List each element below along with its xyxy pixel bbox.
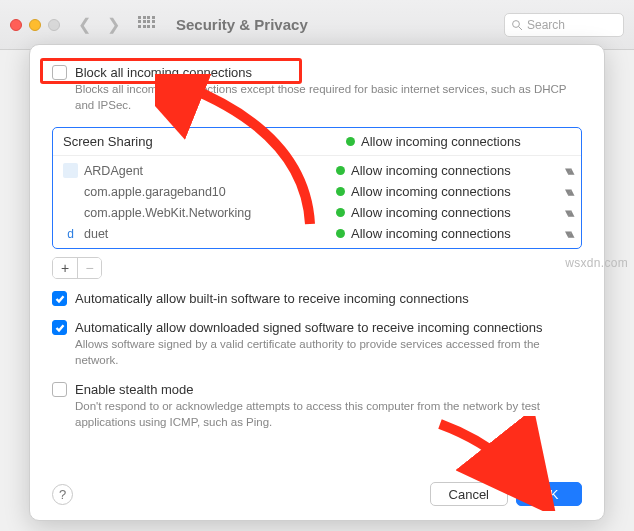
watermark: wsxdn.com [565,256,628,270]
dropdown-icon[interactable]: ▾▴ [565,226,571,241]
block-all-checkbox[interactable] [52,65,67,80]
stealth-label: Enable stealth mode [75,382,194,397]
minimize-window-icon[interactable] [29,19,41,31]
auto-signed-checkbox[interactable] [52,320,67,335]
table-row[interactable]: com.apple.garageband10 Allow incoming co… [53,181,581,202]
add-remove-buttons: + − [52,257,102,279]
window-title: Security & Privacy [176,16,308,33]
firewall-apps-table: Screen Sharing Allow incoming connection… [52,127,582,249]
add-app-button[interactable]: + [53,258,77,278]
cancel-button[interactable]: Cancel [430,482,508,506]
status-dot-icon [336,208,345,217]
table-row[interactable]: d duet Allow incoming connections ▾▴ [53,223,581,244]
dropdown-icon[interactable]: ▾▴ [565,163,571,178]
block-all-label: Block all incoming connections [75,65,252,80]
stealth-row[interactable]: Enable stealth mode [52,382,582,397]
stealth-checkbox[interactable] [52,382,67,397]
app-icon: d [63,226,78,241]
auto-builtin-checkbox[interactable] [52,291,67,306]
auto-signed-row[interactable]: Automatically allow downloaded signed so… [52,320,582,335]
apps-header-name: Screen Sharing [63,134,346,149]
show-all-icon[interactable] [138,16,156,34]
apps-header-status: Allow incoming connections [346,134,571,149]
app-icon [63,163,78,178]
toolbar: ❮ ❯ Security & Privacy Search [0,0,634,50]
status-dot-icon [336,166,345,175]
firewall-options-sheet: Block all incoming connections Blocks al… [29,44,605,521]
search-icon [511,19,523,31]
apps-table-header[interactable]: Screen Sharing Allow incoming connection… [53,128,581,156]
status-dot-icon [336,187,345,196]
apps-list: ARDAgent Allow incoming connections ▾▴ c… [53,156,581,248]
app-icon [63,184,78,199]
block-all-row[interactable]: Block all incoming connections [52,65,582,80]
status-dot-icon [346,137,355,146]
search-input[interactable]: Search [504,13,624,37]
ok-button[interactable]: OK [516,482,582,506]
window-controls [10,19,60,31]
forward-button: ❯ [103,15,124,34]
table-row[interactable]: ARDAgent Allow incoming connections ▾▴ [53,160,581,181]
app-icon [63,205,78,220]
dropdown-icon[interactable]: ▾▴ [565,205,571,220]
search-placeholder: Search [527,18,565,32]
back-button[interactable]: ❮ [74,15,95,34]
auto-signed-label: Automatically allow downloaded signed so… [75,320,543,335]
dropdown-icon[interactable]: ▾▴ [565,184,571,199]
help-button[interactable]: ? [52,484,73,505]
auto-signed-description: Allows software signed by a valid certif… [75,337,582,368]
svg-line-1 [519,26,522,29]
stealth-description: Don't respond to or acknowledge attempts… [75,399,582,430]
remove-app-button: − [77,258,101,278]
auto-builtin-row[interactable]: Automatically allow built-in software to… [52,291,582,306]
table-row[interactable]: com.apple.WebKit.Networking Allow incomi… [53,202,581,223]
close-window-icon[interactable] [10,19,22,31]
sheet-footer: ? Cancel OK [52,482,582,506]
auto-builtin-label: Automatically allow built-in software to… [75,291,469,306]
zoom-window-icon [48,19,60,31]
svg-point-0 [513,20,520,27]
block-all-description: Blocks all incoming connections except t… [75,82,582,113]
status-dot-icon [336,229,345,238]
